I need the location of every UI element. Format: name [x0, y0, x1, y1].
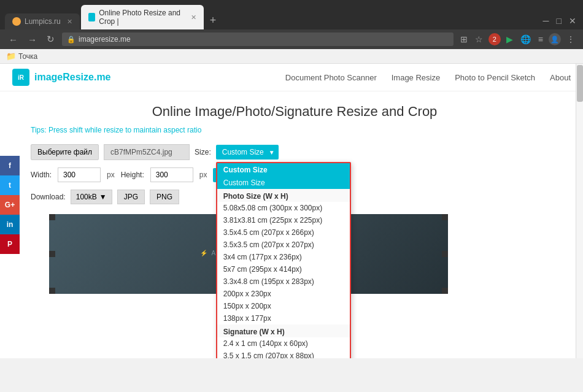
download-size-selector[interactable]: 100kB ▼ [71, 190, 112, 204]
dropdown-option-sig-2[interactable]: 3.5 x 1.5 cm (207px x 88px) [217, 350, 350, 358]
tab-lumpics[interactable]: Lumpics.ru ✕ [5, 13, 80, 29]
height-input[interactable] [150, 167, 193, 182]
address-input[interactable]: 🔒 imageresize.me [62, 33, 454, 46]
profile-icon[interactable]: 2 [488, 33, 501, 45]
width-input[interactable] [58, 167, 101, 182]
linkedin-icon: in [7, 220, 14, 229]
scrollbar[interactable] [576, 64, 583, 358]
page-content: iR imageResize.me Document Photo Scanner… [0, 64, 583, 358]
page-title: Online Image/Photo/Signature Resize and … [31, 104, 558, 120]
site-logo: iR imageResize.me [12, 69, 111, 86]
maximize-button[interactable]: □ [555, 15, 563, 27]
resize-handle-rm[interactable] [442, 251, 448, 257]
resize-handle-br[interactable] [442, 288, 448, 294]
size-label: Size: [195, 148, 211, 156]
nav-about[interactable]: About [550, 73, 571, 82]
dropdown-section-photo: Photo Size (W x H) [217, 189, 350, 202]
dropdown-option-5[interactable]: 3x4 cm (177px x 236px) [217, 251, 350, 263]
user-avatar[interactable]: 👤 [549, 33, 561, 45]
googleplus-button[interactable]: G+ [0, 195, 20, 215]
width-unit: px [107, 171, 115, 179]
resize-handle-tr[interactable] [442, 214, 448, 220]
download-size-value: 100kB [76, 193, 97, 201]
resize-handle-tl[interactable] [49, 214, 55, 220]
tips-text: Tips: Press shift while resize to mainta… [31, 126, 558, 134]
resize-handle-bl[interactable] [49, 288, 55, 294]
bookmark-icon[interactable]: ☆ [473, 33, 485, 45]
nav-document-photo-scanner[interactable]: Document Photo Scanner [285, 73, 377, 82]
nav-photo-pencil-sketch[interactable]: Photo to Pencil Sketch [455, 73, 535, 82]
tab-label-imageresize: Online Photo Resize and Crop | [99, 9, 184, 26]
bookmarks-bar: 📁 Точка [0, 49, 583, 64]
twitter-button[interactable]: t [0, 175, 20, 195]
menu-icon[interactable]: ≡ [536, 33, 545, 45]
dropdown-option-3[interactable]: 3.5x4.5 cm (207px x 266px) [217, 226, 350, 239]
scrollbar-thumb[interactable] [577, 65, 583, 102]
tab-close-lumpics[interactable]: ✕ [67, 18, 72, 26]
minimize-button[interactable]: ─ [541, 15, 551, 27]
choose-file-button[interactable]: Выберите файл [31, 144, 99, 160]
bookmark-label: Точка [18, 52, 37, 61]
dropdown-option-8[interactable]: 200px x 230px [217, 288, 350, 300]
tab-close-imageresize[interactable]: ✕ [191, 13, 196, 21]
download-size-arrow: ▼ [99, 193, 107, 201]
new-tab-button[interactable]: + [205, 12, 222, 29]
translate-icon[interactable]: ⊞ [458, 33, 469, 45]
dropdown-option-10[interactable]: 138px x 177px [217, 312, 350, 325]
download-label: Download: [31, 193, 66, 201]
twitter-icon: t [9, 181, 11, 190]
dropdown-option-6[interactable]: 5x7 cm (295px x 414px) [217, 263, 350, 275]
back-button[interactable]: ← [6, 33, 20, 46]
size-dropdown-container: Custom Size ▼ Custom Size Custom Size Ph… [216, 145, 279, 159]
address-bar: ← → ↻ 🔒 imageresize.me ⊞ ☆ 2 ▶ 🌐 ≡ 👤 ⋮ [0, 29, 583, 49]
forward-button[interactable]: → [25, 33, 39, 46]
address-text: imageresize.me [79, 35, 131, 44]
resize-handle-lm[interactable] [49, 251, 55, 257]
lock-icon: 🔒 [67, 36, 75, 44]
nav-links: Document Photo Scanner Image Resize Phot… [285, 73, 571, 82]
file-name-display: cB7fMPm5ZC4.jpg [104, 144, 190, 160]
browser-icon[interactable]: 🌐 [519, 33, 533, 45]
logo-icon: iR [12, 69, 29, 86]
dropdown-option-custom-size[interactable]: Custom Size [217, 177, 350, 189]
main-content: Online Image/Photo/Signature Resize and … [0, 91, 583, 306]
toolbar-icons: ⊞ ☆ 2 ▶ 🌐 ≡ 👤 ⋮ [458, 33, 577, 45]
refresh-button[interactable]: ↻ [44, 33, 57, 46]
dropdown-option-sig-1[interactable]: 2.4 x 1 cm (140px x 60px) [217, 337, 350, 350]
height-label: Height: [121, 171, 144, 179]
tab-label-lumpics: Lumpics.ru [25, 17, 61, 26]
dropdown-option-2[interactable]: 3.81x3.81 cm (225px x 225px) [217, 214, 350, 226]
tab-imageresize[interactable]: Online Photo Resize and Crop | ✕ [81, 5, 204, 29]
tab-bar: Lumpics.ru ✕ Online Photo Resize and Cro… [0, 0, 583, 29]
size-dropdown-popup: Custom Size Custom Size Photo Size (W x … [216, 162, 351, 358]
facebook-button[interactable]: f [0, 156, 20, 175]
pinterest-button[interactable]: P [0, 234, 20, 254]
dropdown-section-signature: Signature (W x H) [217, 325, 350, 337]
folder-icon: 📁 [6, 52, 16, 61]
more-options[interactable]: ⋮ [565, 33, 577, 45]
bookmark-folder[interactable]: 📁 Точка [6, 52, 37, 61]
jpg-button[interactable]: JPG [117, 190, 145, 204]
height-unit: px [199, 171, 207, 179]
dropdown-popup-header: Custom Size [217, 163, 350, 177]
nav-image-resize[interactable]: Image Resize [392, 73, 440, 82]
dropdown-option-7[interactable]: 3.3x4.8 cm (195px x 283px) [217, 275, 350, 288]
pinterest-icon: P [7, 240, 12, 248]
site-nav: iR imageResize.me Document Photo Scanner… [0, 64, 583, 91]
size-dropdown[interactable]: Custom Size [216, 145, 279, 159]
controls-row: Выберите файл cB7fMPm5ZC4.jpg Size: Cust… [31, 144, 558, 160]
dropdown-option-9[interactable]: 150px x 200px [217, 300, 350, 312]
width-label: Width: [31, 171, 52, 179]
png-button[interactable]: PNG [150, 190, 179, 204]
extension-icon[interactable]: ▶ [504, 33, 515, 45]
linkedin-button[interactable]: in [0, 215, 20, 234]
facebook-icon: f [9, 161, 11, 170]
logo-text[interactable]: imageResize.me [34, 72, 111, 83]
dropdown-option-1[interactable]: 5.08x5.08 cm (300px x 300px) [217, 202, 350, 214]
googleplus-icon: G+ [5, 201, 15, 209]
tab-favicon-imageresize [88, 13, 96, 21]
tab-favicon-lumpics [12, 17, 21, 26]
close-button[interactable]: ✕ [567, 15, 578, 27]
social-sidebar: f t G+ in P [0, 156, 20, 254]
dropdown-option-4[interactable]: 3.5x3.5 cm (207px x 207px) [217, 239, 350, 251]
